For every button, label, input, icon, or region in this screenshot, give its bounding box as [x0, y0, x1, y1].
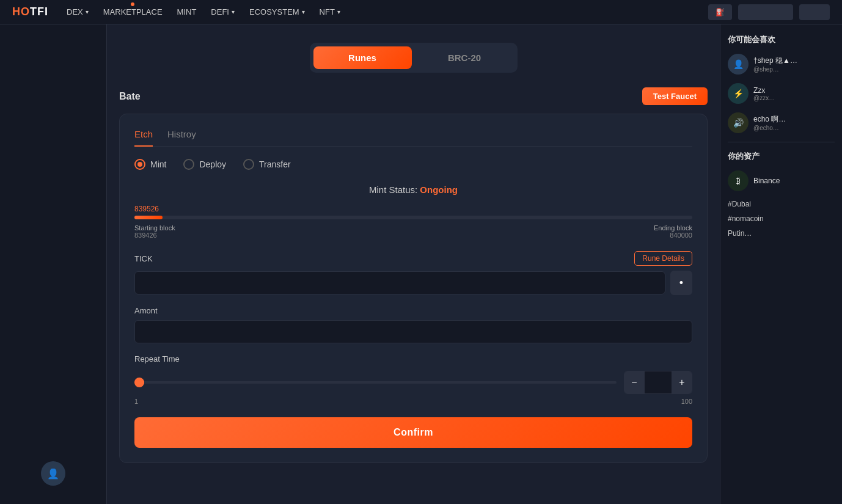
- tab-etch[interactable]: Etch: [134, 129, 153, 147]
- starting-block-section: Starting block 839426: [134, 224, 175, 239]
- settings-button[interactable]: [799, 4, 830, 20]
- logo: HOTFI: [12, 5, 48, 18]
- sidebar-user-item-1[interactable]: ⚡ Zzx @zzx…: [728, 83, 835, 104]
- progress-section: 839526 Starting block 839426 Ending bloc…: [134, 205, 692, 239]
- chevron-down-icon: ▾: [86, 9, 89, 15]
- nav-marketplace-label: MARKETPLACE: [103, 7, 163, 16]
- ending-block-value: 840000: [654, 232, 692, 239]
- amount-label: Amont: [134, 306, 158, 315]
- counter-value-input[interactable]: 1: [644, 371, 672, 393]
- connect-wallet-button[interactable]: ⛽: [708, 4, 732, 20]
- radio-circle-transfer: [243, 159, 254, 170]
- counter-increment-button[interactable]: +: [672, 371, 692, 393]
- nav-bar: DEX ▾ MARKETPLACE MINT DEFI ▾ ECOSYSTEM …: [67, 7, 340, 16]
- center-content: Runes BRC-20 Bate Test Faucet Etch Histr…: [107, 24, 720, 504]
- sidebar-asset-item-0[interactable]: ₿ Binance: [728, 170, 835, 191]
- avatar-1: ⚡: [728, 83, 749, 104]
- nav-ecosystem-label: ECOSYSTEM: [249, 7, 299, 16]
- bate-label: Bate: [119, 91, 141, 102]
- asset-avatar-0: ₿: [728, 170, 749, 191]
- sidebar-asset-tag-2[interactable]: #nomacoin: [728, 214, 835, 223]
- nav-mint[interactable]: MINT: [177, 7, 197, 16]
- counter-decrement-button[interactable]: −: [624, 371, 644, 393]
- nav-dex-label: DEX: [67, 7, 83, 16]
- bate-row: Bate Test Faucet: [119, 87, 708, 105]
- asset-name-0: Binance: [753, 177, 780, 185]
- confirm-button[interactable]: Confirm: [134, 417, 692, 448]
- rune-details-button[interactable]: Rune Details: [634, 251, 692, 266]
- right-sidebar: 你可能会喜欢 👤 †shep 稳▲… @shep… ⚡ Zzx @zzx… 🔊 …: [720, 24, 842, 504]
- repeat-time-slider[interactable]: [134, 381, 617, 384]
- tab-runes[interactable]: Runes: [313, 46, 412, 69]
- header: HOTFI DEX ▾ MARKETPLACE MINT DEFI ▾ ECOS…: [0, 0, 842, 24]
- main-card: Etch Histroy Mint Deploy Transfer: [119, 114, 708, 463]
- inner-tab-bar: Etch Histroy: [134, 129, 692, 147]
- radio-mint[interactable]: Mint: [134, 159, 166, 170]
- amount-label-row: Amont: [134, 306, 692, 315]
- mint-status-label: Mint Status:: [369, 184, 417, 195]
- progress-labels: Starting block 839426 Ending block 84000…: [134, 224, 692, 239]
- repeat-time-label: Repeat Time: [134, 354, 180, 363]
- you-may-like-title: 你可能会喜欢: [728, 34, 835, 45]
- user-info-1: Zzx @zzx…: [753, 86, 775, 101]
- starting-block-label: Starting block: [134, 224, 175, 232]
- progress-bar-fill: [134, 216, 163, 219]
- header-right: ⛽: [708, 4, 830, 20]
- user-handle-2: @echo…: [753, 125, 786, 131]
- asset-info-0: Binance: [753, 177, 780, 185]
- tab-histroy[interactable]: Histroy: [167, 129, 196, 147]
- user-handle-1: @zzx…: [753, 95, 775, 101]
- repeat-max-label: 100: [681, 398, 692, 405]
- tab-brc20[interactable]: BRC-20: [416, 46, 514, 69]
- left-avatar: 👤: [41, 461, 65, 486]
- tick-label: TICK: [134, 254, 153, 263]
- sidebar-asset-tag-3[interactable]: Putin…: [728, 229, 835, 238]
- avatar-0: 👤: [728, 54, 749, 75]
- repeat-counter: − 1 +: [624, 371, 692, 394]
- radio-circle-deploy: [183, 159, 194, 170]
- progress-bar-bg: [134, 216, 692, 219]
- tick-dot-button[interactable]: •: [670, 271, 692, 295]
- avatar-2: 🔊: [728, 112, 749, 133]
- chevron-down-icon-3: ▾: [302, 9, 305, 15]
- main-layout: 👤 Runes BRC-20 Bate Test Faucet Etch His…: [0, 24, 842, 504]
- tick-section: TICK Rune Details •: [134, 251, 692, 295]
- wallet-address-button[interactable]: [738, 4, 793, 20]
- repeat-label-row: Repeat Time: [134, 354, 692, 363]
- user-handle-0: @shep…: [753, 66, 797, 73]
- user-name-0: †shep 稳▲…: [753, 56, 797, 66]
- radio-deploy[interactable]: Deploy: [183, 159, 226, 170]
- sidebar-asset-tag-1[interactable]: #Dubai: [728, 200, 835, 208]
- nav-nft-label: NFT: [320, 7, 335, 16]
- amount-section: Amont: [134, 306, 692, 343]
- user-name-2: echo 啊…: [753, 114, 786, 125]
- progress-current-block: 839526: [134, 205, 692, 213]
- main-tab-selector: Runes BRC-20: [310, 43, 518, 73]
- sidebar-user-item-2[interactable]: 🔊 echo 啊… @echo…: [728, 112, 835, 133]
- radio-transfer[interactable]: Transfer: [243, 159, 291, 170]
- nav-defi-label: DEFI: [211, 7, 229, 16]
- nav-mint-label: MINT: [177, 7, 197, 16]
- ending-block-label: Ending block: [654, 224, 692, 232]
- nav-ecosystem[interactable]: ECOSYSTEM ▾: [249, 7, 305, 16]
- mint-status-value: Ongoing: [420, 184, 458, 195]
- left-decoration: 👤: [41, 461, 65, 486]
- repeat-range-labels: 1 100: [134, 398, 692, 405]
- sidebar-user-item-0[interactable]: 👤 †shep 稳▲… @shep…: [728, 54, 835, 75]
- nav-nft[interactable]: NFT ▾: [320, 7, 340, 16]
- tick-input[interactable]: [134, 271, 665, 294]
- repeat-min-label: 1: [134, 398, 138, 405]
- ending-block-section: Ending block 840000: [654, 224, 692, 239]
- test-faucet-button[interactable]: Test Faucet: [642, 87, 708, 105]
- user-info-0: †shep 稳▲… @shep…: [753, 56, 797, 73]
- tick-label-row: TICK Rune Details: [134, 251, 692, 266]
- radio-circle-mint: [134, 159, 145, 170]
- amount-input[interactable]: [134, 320, 692, 343]
- nav-defi[interactable]: DEFI ▾: [211, 7, 235, 16]
- radio-transfer-label: Transfer: [259, 159, 291, 169]
- left-sidebar: 👤: [0, 24, 107, 504]
- notification-dot: [131, 2, 134, 6]
- nav-marketplace[interactable]: MARKETPLACE: [103, 7, 163, 16]
- radio-deploy-label: Deploy: [199, 159, 226, 169]
- nav-dex[interactable]: DEX ▾: [67, 7, 89, 16]
